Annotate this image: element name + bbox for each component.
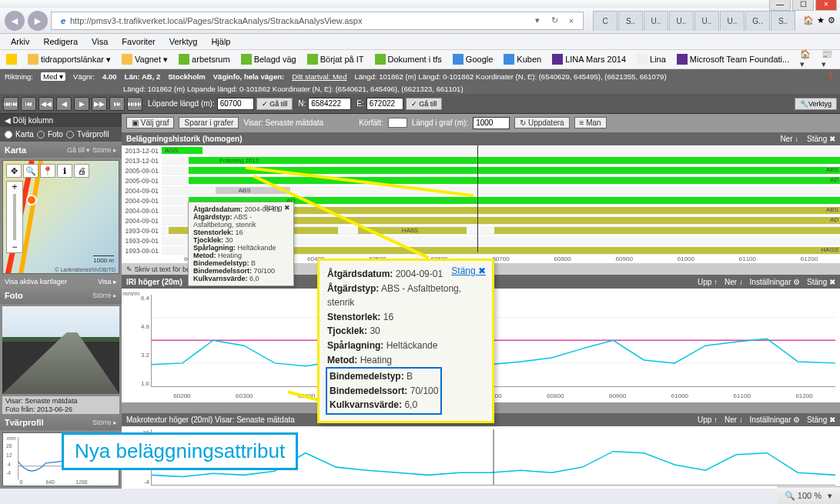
browser-tab[interactable]: C: [593, 11, 617, 31]
browser-tab[interactable]: S..: [618, 11, 643, 31]
uppdatera-button[interactable]: ↻ Uppdatera: [514, 117, 569, 129]
menu-bar: Arkiv Redigera Visa Favoriter Verktyg Hj…: [0, 34, 840, 50]
fav-item[interactable]: arbetsrum: [176, 53, 233, 65]
fav-item[interactable]: Belagd väg: [238, 53, 300, 65]
radio-tvarprofil[interactable]: [66, 131, 74, 139]
lop-label: Löpande längd (m):: [148, 99, 215, 108]
map-marker-icon: [26, 195, 37, 205]
gantt-ner[interactable]: Ner ↓: [780, 135, 798, 143]
n-input[interactable]: [308, 98, 351, 110]
browser-tab[interactable]: S..: [771, 11, 795, 31]
verktyg-button[interactable]: 🔧 Verktyg: [795, 98, 837, 110]
view-mode-bar: Karta Foto Tvärprofil: [0, 127, 122, 142]
stop-icon[interactable]: ×: [564, 14, 578, 28]
spara-grafer[interactable]: Sparar i grafer: [179, 117, 239, 129]
close-button[interactable]: ×: [815, 0, 837, 11]
radio-karta[interactable]: [5, 131, 12, 139]
cmd-fwd-icon[interactable]: ▶▶: [92, 97, 107, 111]
gotill-ne-button[interactable]: ✓ Gå till: [406, 98, 443, 110]
tools-icon[interactable]: ⚙: [828, 15, 835, 25]
fav-item[interactable]: Börjat på IT: [304, 53, 367, 65]
fav-item[interactable]: Dokument i tfs: [372, 53, 445, 65]
cmd-fast-fwd-icon[interactable]: ⏭: [109, 97, 125, 111]
window-title-bar: — ☐ ×: [0, 0, 840, 8]
cmd-first-icon[interactable]: ⏮⏮: [3, 97, 18, 111]
hide-column-button[interactable]: ◀ Dölj kolumn: [0, 114, 122, 127]
langd-input[interactable]: [473, 117, 510, 129]
iri-upp[interactable]: Upp ↑: [698, 278, 718, 286]
map-zoom-icon[interactable]: 🔍: [23, 164, 38, 178]
browser-tab[interactable]: G..: [745, 11, 770, 31]
iri-settings[interactable]: Inställningar ⚙: [750, 278, 801, 286]
favorites-icon[interactable]: ★: [817, 15, 825, 25]
visa-toggle[interactable]: Visa ▸: [98, 278, 117, 285]
iri-close[interactable]: Stäng ✖: [807, 278, 835, 286]
menu-arkiv[interactable]: Arkiv: [5, 35, 35, 48]
tooltip-big-close[interactable]: Stäng ✖: [451, 264, 486, 279]
map-pan-icon[interactable]: ✥: [6, 164, 22, 178]
cmd-step-back-icon[interactable]: ◀: [56, 97, 72, 111]
cmd-last-icon[interactable]: ⏭⏭: [127, 97, 142, 111]
favbar-right: 🏠 ▾ 📰 ▾ ✉ ▾ 🖨 ▾ Sida ▾ Säkerhet ▾ Verkty…: [797, 49, 840, 69]
map-locate-icon[interactable]: 📍: [40, 164, 55, 178]
iri-ner[interactable]: Ner ↓: [725, 278, 743, 286]
menu-favoriter[interactable]: Favoriter: [115, 35, 161, 48]
fav-item[interactable]: Vagnet ▾: [119, 53, 171, 65]
url-dropdown-icon[interactable]: ▾: [530, 14, 544, 28]
feeds-menu[interactable]: 📰 ▾: [818, 49, 835, 69]
makro-upp[interactable]: Upp ↑: [698, 416, 718, 424]
map-zoom-control[interactable]: +−: [6, 181, 23, 253]
korfalt-select[interactable]: 10 ▾: [388, 118, 407, 128]
makro-close[interactable]: Stäng ✖: [807, 416, 835, 424]
cmd-rewind-icon[interactable]: ⏮: [21, 97, 36, 111]
cmd-back-icon[interactable]: ◀◀: [38, 97, 54, 111]
menu-verktyg[interactable]: Verktyg: [163, 35, 204, 48]
browser-tab[interactable]: U..: [720, 11, 745, 31]
menu-redigera[interactable]: Redigera: [37, 35, 84, 48]
makro-settings[interactable]: Inställningar ⚙: [750, 416, 801, 424]
map-panel[interactable]: ✥ 🔍 📍 ℹ 🖨 +− 1000 m © Lantmäteriet/NVDB/…: [2, 160, 119, 274]
map-print-icon[interactable]: 🖨: [74, 164, 89, 178]
map-footer: Visa aktiva kartlagerVisa ▸: [0, 276, 122, 288]
zoom-level[interactable]: 🔍 100 %: [785, 491, 822, 501]
url-field[interactable]: e http://pmsv3-t.trafikverket.local/Page…: [51, 12, 584, 30]
gotill-button[interactable]: ✓ Gå till: [256, 98, 293, 110]
lopande-input[interactable]: [217, 98, 254, 110]
riktning-select[interactable]: Med ▾: [41, 72, 65, 81]
fav-star-icon[interactable]: [3, 53, 20, 65]
fav-item[interactable]: Lina: [634, 53, 669, 65]
zoom-dropdown-icon[interactable]: ▾: [828, 491, 832, 501]
fav-item[interactable]: Kuben: [500, 53, 544, 65]
radio-foto[interactable]: [37, 131, 45, 139]
menu-visa[interactable]: Visa: [85, 35, 114, 48]
map-info-icon[interactable]: ℹ: [57, 164, 72, 178]
makro-ner[interactable]: Ner ↓: [725, 416, 743, 424]
cmd-step-fwd-icon[interactable]: ▶: [74, 97, 89, 111]
home-icon[interactable]: 🏠: [803, 15, 814, 25]
home-menu[interactable]: 🏠 ▾: [797, 49, 814, 69]
refresh-icon[interactable]: ↻: [547, 14, 561, 28]
svg-text:-4: -4: [6, 470, 11, 476]
foto-panel[interactable]: [2, 306, 119, 394]
tooltip-big: Stäng ✖ Åtgärdsdatum: 2004-09-01 Åtgärds…: [317, 259, 494, 423]
back-button[interactable]: ◄: [5, 11, 25, 31]
tooltip-close[interactable]: Stäng ✖: [264, 204, 290, 212]
browser-tab[interactable]: U..: [694, 11, 719, 31]
fav-item[interactable]: Google: [450, 53, 496, 65]
e-input[interactable]: [366, 98, 403, 110]
cursor-line: [477, 145, 478, 252]
forward-button[interactable]: ►: [28, 11, 48, 31]
man-button[interactable]: ≡ Man: [574, 117, 607, 129]
fav-item[interactable]: tidrapportslänkar ▾: [25, 53, 114, 65]
foto-head: FotoStörre ▸: [0, 288, 122, 304]
browser-tab[interactable]: U..: [644, 11, 668, 31]
menu-hjalp[interactable]: Hjälp: [205, 35, 236, 48]
fav-item[interactable]: LINA Mars 2014: [549, 53, 629, 65]
minimize-button[interactable]: —: [769, 0, 791, 11]
browser-tab[interactable]: U..: [669, 11, 694, 31]
graph-toolbar: ▣ Välj graf Sparar i grafer Visar: Senas…: [122, 114, 840, 132]
maximize-button[interactable]: ☐: [792, 0, 814, 11]
valj-graf-button[interactable]: ▣ Välj graf: [126, 117, 174, 129]
gantt-stang[interactable]: Stäng ✖: [807, 135, 835, 143]
fav-item[interactable]: Microsoft Team Foundati...: [674, 53, 792, 65]
